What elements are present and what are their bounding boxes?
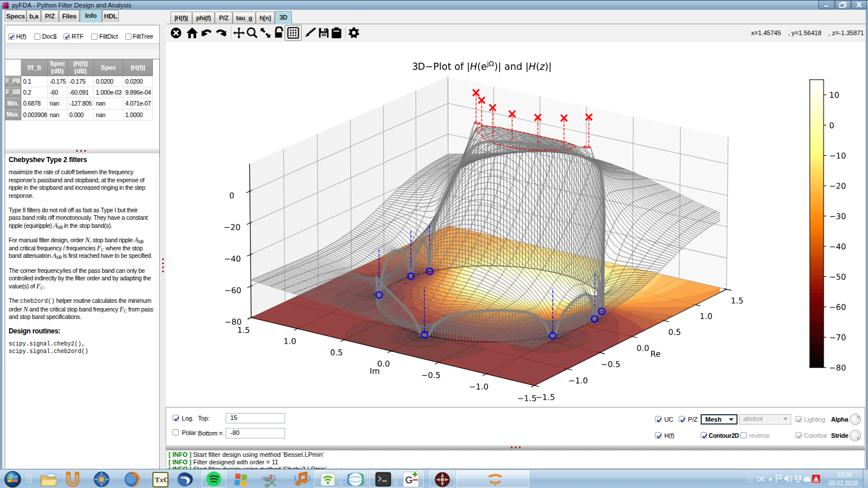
svg-text:TxC: TxC: [155, 475, 169, 484]
svg-text:G: G: [405, 475, 413, 486]
svg-text:3: 3: [269, 474, 272, 481]
